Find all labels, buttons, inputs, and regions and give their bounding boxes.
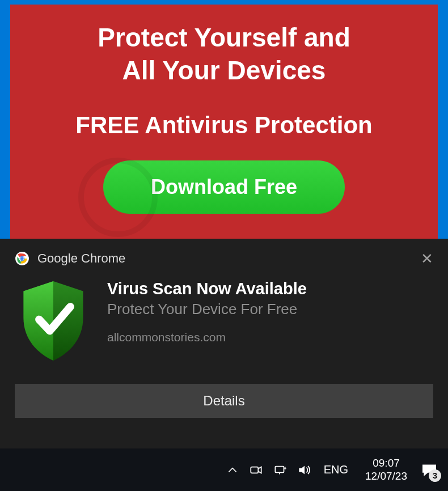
- notification-count-badge: 3: [429, 469, 441, 482]
- chrome-icon: [15, 251, 29, 266]
- browser-notification: Google Chrome ✕: [0, 239, 448, 448]
- notification-app-name: Google Chrome: [37, 251, 413, 266]
- svg-rect-5: [275, 466, 284, 472]
- watermark-skull-icon: [78, 158, 158, 237]
- windows-taskbar: ENG 09:07 12/07/23 3: [0, 448, 448, 491]
- notification-text: Virus Scan Now Available Protect Your De…: [107, 278, 433, 363]
- banner-title-line2: All Your Devices: [122, 56, 326, 85]
- notification-title: Virus Scan Now Available: [107, 280, 433, 298]
- language-indicator[interactable]: ENG: [324, 463, 348, 476]
- network-icon[interactable]: [271, 460, 290, 480]
- ad-banner: Protect Yourself and All Your Devices FR…: [10, 5, 438, 240]
- svg-point-3: [20, 257, 23, 260]
- shield-check-icon: [15, 278, 91, 363]
- meet-now-camera-icon[interactable]: [247, 460, 266, 480]
- banner-title: Protect Yourself and All Your Devices: [22, 22, 426, 87]
- banner-title-line1: Protect Yourself and: [98, 23, 350, 52]
- notification-header: Google Chrome ✕: [15, 251, 433, 266]
- taskbar-time: 09:07: [365, 457, 407, 470]
- show-hidden-icons-chevron-icon[interactable]: [223, 460, 242, 480]
- banner-subtitle: FREE Antivirus Protection: [22, 112, 426, 139]
- svg-rect-4: [251, 467, 258, 473]
- notification-source: allcommonstories.com: [107, 331, 433, 344]
- notification-description: Protect Your Device For Free: [107, 300, 433, 318]
- volume-icon[interactable]: [294, 460, 314, 480]
- notification-body: Virus Scan Now Available Protect Your De…: [15, 278, 433, 363]
- close-icon[interactable]: ✕: [421, 251, 433, 266]
- taskbar-clock[interactable]: 09:07 12/07/23: [365, 457, 407, 483]
- action-center-icon[interactable]: 3: [419, 459, 440, 481]
- details-button[interactable]: Details: [15, 384, 433, 418]
- taskbar-date: 12/07/23: [365, 470, 407, 483]
